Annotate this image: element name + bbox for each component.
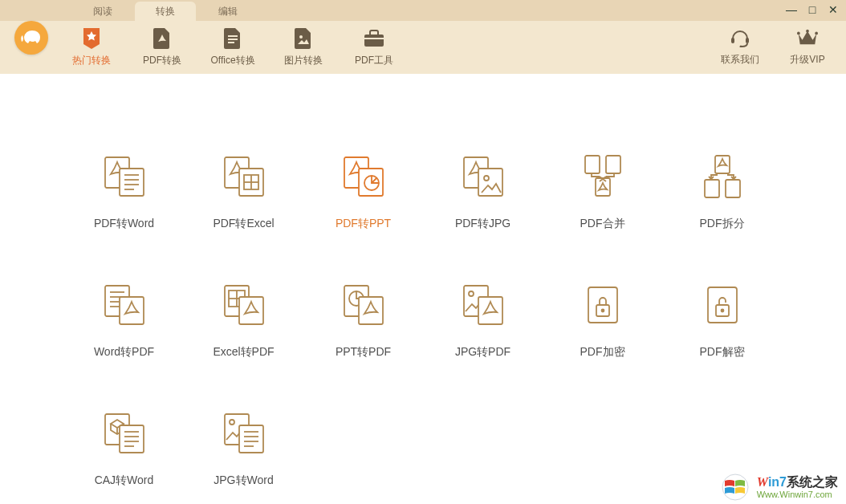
maximize-button[interactable]: □: [806, 3, 819, 16]
pdf-to-jpg-icon: [461, 154, 506, 199]
toolbar-hot-convert[interactable]: 热门转换: [67, 28, 116, 67]
svg-point-9: [797, 32, 800, 35]
image-file-icon: [293, 28, 314, 49]
caj-to-word[interactable]: CAJ转Word: [72, 411, 176, 488]
svg-rect-0: [228, 35, 238, 37]
office-file-icon: [222, 28, 243, 49]
toolbar: 热门转换 PDF转换 Office转换 图片转换 PDF工具: [0, 21, 846, 74]
svg-point-11: [815, 32, 818, 35]
toolbar-hot-label: 热门转换: [72, 54, 111, 67]
jpg-to-word-label: JPG转Word: [214, 474, 273, 488]
pdf-to-excel[interactable]: PDF转Excel: [192, 154, 295, 231]
svg-rect-67: [239, 425, 263, 453]
headset-icon: [730, 27, 750, 48]
svg-point-57: [721, 310, 723, 312]
toolbox-icon: [364, 28, 384, 49]
conversion-grid-wrap: PDF转Word PDF转Excel PDF转PPT: [0, 74, 846, 488]
excel-to-pdf[interactable]: Excel转PDF: [192, 282, 295, 360]
pdf-to-word[interactable]: PDF转Word: [72, 154, 176, 231]
toolbar-image-label: 图片转换: [284, 54, 323, 67]
pdf-decrypt-icon: [700, 282, 745, 327]
tab-convert[interactable]: 转换: [135, 2, 196, 21]
pdf-encrypt-icon: [580, 282, 625, 327]
pdf-encrypt-label: PDF加密: [580, 345, 625, 360]
pdf-merge[interactable]: PDF合并: [551, 154, 654, 231]
pdf-to-ppt[interactable]: PDF转PPT: [311, 154, 415, 231]
jpg-to-pdf[interactable]: JPG转PDF: [431, 282, 535, 360]
jpg-to-pdf-icon: [461, 282, 506, 327]
toolbar-image-convert[interactable]: 图片转换: [279, 28, 327, 67]
watermark-url: Www.Winwin7.com: [757, 490, 838, 499]
toolbar-office-convert[interactable]: Office转换: [209, 28, 257, 67]
toolbar-items: 热门转换 PDF转换 Office转换 图片转换 PDF工具: [67, 28, 398, 67]
pdf-split-icon: [700, 154, 745, 199]
windows-logo-icon: [720, 474, 750, 501]
pdf-to-jpg[interactable]: PDF转JPG: [431, 154, 535, 231]
pdf-to-word-label: PDF转Word: [94, 217, 154, 231]
app-logo[interactable]: [14, 21, 48, 55]
svg-point-72: [722, 474, 748, 500]
svg-rect-29: [585, 156, 600, 173]
tab-edit-label: 编辑: [218, 5, 238, 18]
contact-us-button[interactable]: 联系我们: [716, 27, 764, 67]
caj-to-word-icon: [102, 411, 147, 456]
svg-point-50: [469, 291, 474, 296]
jpg-to-word-icon: [222, 411, 266, 456]
toolbar-tools-label: PDF工具: [355, 54, 393, 67]
pdf-encrypt[interactable]: PDF加密: [551, 282, 654, 360]
svg-rect-4: [364, 35, 384, 47]
svg-rect-34: [726, 180, 740, 197]
toolbar-office-label: Office转换: [210, 54, 254, 67]
toolbar-pdf-convert[interactable]: PDF转换: [138, 28, 186, 67]
toolbar-right: 联系我们 升级VIP: [716, 27, 832, 67]
tab-edit[interactable]: 编辑: [197, 2, 258, 21]
tab-convert-label: 转换: [156, 5, 175, 18]
watermark-text: Win7系统之家 Www.Winwin7.com: [757, 475, 838, 499]
toolbar-pdf-label: PDF转换: [143, 54, 181, 67]
pdf-decrypt[interactable]: PDF解密: [670, 282, 774, 360]
svg-rect-5: [364, 38, 384, 39]
pdf-merge-label: PDF合并: [580, 217, 625, 231]
tab-read[interactable]: 阅读: [72, 2, 133, 21]
svg-rect-13: [120, 169, 144, 196]
ppt-to-pdf-label: PPT转PDF: [336, 345, 391, 360]
pdf-merge-icon: [580, 154, 625, 199]
conversion-grid: PDF转Word PDF转Excel PDF转PPT: [72, 154, 774, 488]
excel-to-pdf-label: Excel转PDF: [213, 345, 274, 360]
svg-point-54: [601, 310, 604, 312]
ppt-to-pdf[interactable]: PPT转PDF: [311, 282, 415, 360]
pdf-to-excel-label: PDF转Excel: [213, 217, 274, 231]
pdf-to-ppt-icon: [341, 154, 386, 199]
star-badge-icon: [81, 28, 102, 49]
svg-rect-60: [120, 425, 144, 453]
elephant-icon: [19, 29, 43, 47]
tab-read-label: 阅读: [93, 5, 112, 18]
svg-rect-33: [705, 180, 719, 197]
window-controls: — □ ✕: [785, 3, 840, 16]
caj-to-word-label: CAJ转Word: [95, 474, 154, 488]
jpg-to-pdf-label: JPG转PDF: [455, 345, 510, 360]
svg-point-66: [230, 420, 234, 425]
word-to-pdf-icon: [102, 282, 147, 327]
pdf-to-excel-icon: [222, 154, 266, 199]
contact-us-label: 联系我们: [721, 53, 759, 67]
watermark-title: Win7系统之家: [757, 475, 838, 490]
crown-icon: [797, 27, 818, 48]
jpg-to-word[interactable]: JPG转Word: [192, 411, 295, 488]
svg-point-3: [299, 35, 303, 39]
pdf-split[interactable]: PDF拆分: [670, 154, 774, 231]
ppt-to-pdf-icon: [341, 282, 386, 327]
titlebar: 阅读 转换 编辑 — □ ✕: [0, 0, 846, 21]
excel-to-pdf-icon: [222, 282, 266, 327]
word-to-pdf[interactable]: Word转PDF: [72, 282, 176, 360]
pdf-split-label: PDF拆分: [700, 217, 745, 231]
pdf-to-ppt-label: PDF转PPT: [336, 217, 391, 231]
minimize-button[interactable]: —: [785, 3, 798, 16]
svg-rect-1: [228, 39, 238, 40]
close-button[interactable]: ✕: [827, 3, 840, 16]
pdf-decrypt-label: PDF解密: [700, 345, 745, 360]
pdf-to-jpg-label: PDF转JPG: [455, 217, 510, 231]
watermark: Win7系统之家 Www.Winwin7.com: [720, 474, 838, 501]
upgrade-vip-button[interactable]: 升级VIP: [783, 27, 832, 67]
toolbar-pdf-tools[interactable]: PDF工具: [350, 28, 398, 67]
